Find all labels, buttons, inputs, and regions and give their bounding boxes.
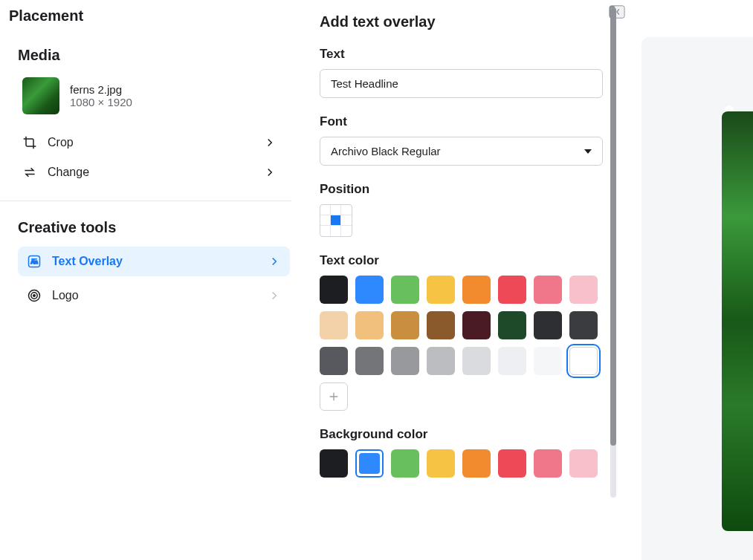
- chevron-right-icon: [268, 289, 281, 302]
- position-cell-4[interactable]: [331, 215, 341, 226]
- position-cell-8[interactable]: [341, 226, 352, 236]
- target-icon: [27, 288, 42, 303]
- background-color-swatch[interactable]: [427, 449, 455, 478]
- text-color-swatch[interactable]: [462, 311, 491, 339]
- media-section-title: Media: [18, 47, 281, 64]
- position-cell-5[interactable]: [341, 215, 352, 226]
- text-color-grid: [320, 276, 603, 411]
- page-title: Placement: [9, 7, 299, 25]
- caret-down-icon: [584, 149, 592, 154]
- font-select-value: Archivo Black Regular: [331, 145, 441, 157]
- media-dimensions: 1080 × 1920: [70, 96, 132, 108]
- divider: [0, 201, 291, 201]
- background-color-swatch[interactable]: [462, 449, 491, 478]
- text-color-swatch[interactable]: [534, 311, 562, 339]
- background-color-swatch[interactable]: [355, 449, 384, 478]
- text-color-swatch[interactable]: [569, 347, 598, 375]
- crop-icon: [22, 135, 37, 150]
- tool-logo[interactable]: Logo: [18, 281, 290, 310]
- change-action[interactable]: Change: [18, 157, 281, 187]
- background-color-swatch[interactable]: [498, 449, 526, 478]
- scrollbar-thumb[interactable]: [610, 7, 616, 446]
- preview-image: [722, 111, 753, 531]
- position-cell-7[interactable]: [331, 226, 341, 236]
- media-thumbnail: [22, 77, 59, 114]
- background-color-swatch[interactable]: [391, 449, 419, 478]
- position-cell-0[interactable]: [320, 205, 331, 215]
- text-color-swatch[interactable]: [355, 347, 384, 375]
- position-cell-2[interactable]: [341, 205, 352, 215]
- text-color-swatch[interactable]: [320, 276, 348, 304]
- svg-text:Aa: Aa: [30, 258, 38, 265]
- text-field-label: Text: [320, 47, 603, 62]
- text-color-swatch[interactable]: [462, 276, 491, 304]
- text-color-swatch[interactable]: [534, 276, 562, 304]
- text-overlay-icon: Aa: [27, 254, 42, 269]
- text-color-swatch[interactable]: [498, 347, 526, 375]
- text-color-swatch[interactable]: [391, 311, 419, 339]
- tool-text-overlay-label: Text Overlay: [52, 255, 123, 268]
- text-color-swatch[interactable]: [355, 276, 384, 304]
- text-color-swatch[interactable]: [391, 276, 419, 304]
- position-cell-1[interactable]: [331, 205, 341, 215]
- chevron-right-icon: [263, 166, 277, 179]
- crop-label: Crop: [48, 136, 74, 149]
- font-field-label: Font: [320, 114, 603, 129]
- background-color-label: Background color: [320, 427, 603, 442]
- background-color-swatch[interactable]: [569, 449, 598, 478]
- creative-tools-title: Creative tools: [18, 219, 290, 236]
- swap-icon: [22, 165, 37, 180]
- background-color-swatch[interactable]: [534, 449, 562, 478]
- background-color-swatch[interactable]: [320, 449, 348, 478]
- tool-text-overlay[interactable]: Aa Text Overlay: [18, 247, 290, 276]
- text-color-swatch[interactable]: [427, 276, 455, 304]
- scrollbar-track[interactable]: [610, 7, 616, 498]
- text-color-swatch[interactable]: [569, 276, 598, 304]
- text-color-swatch[interactable]: [462, 347, 491, 375]
- text-color-swatch[interactable]: [498, 276, 526, 304]
- preview-panel: [641, 37, 753, 560]
- text-color-swatch[interactable]: [320, 311, 348, 339]
- text-color-swatch[interactable]: [355, 311, 384, 339]
- text-input[interactable]: [320, 69, 603, 98]
- position-cell-3[interactable]: [320, 215, 331, 226]
- position-cell-6[interactable]: [320, 226, 331, 236]
- overlay-panel-title: Add text overlay: [320, 13, 603, 30]
- chevron-right-icon: [263, 136, 277, 149]
- text-color-swatch[interactable]: [498, 311, 526, 339]
- add-color-button[interactable]: [320, 382, 348, 411]
- media-filename: ferns 2.jpg: [70, 83, 132, 96]
- text-color-swatch[interactable]: [427, 311, 455, 339]
- font-select[interactable]: Archivo Black Regular: [320, 137, 603, 166]
- text-color-swatch[interactable]: [320, 347, 348, 375]
- text-color-label: Text color: [320, 253, 603, 268]
- tool-logo-label: Logo: [52, 289, 79, 302]
- background-color-grid: [320, 449, 603, 478]
- text-color-swatch[interactable]: [534, 347, 562, 375]
- chevron-right-icon: [268, 255, 281, 268]
- text-color-swatch[interactable]: [427, 347, 455, 375]
- position-grid[interactable]: [320, 204, 352, 237]
- text-color-swatch[interactable]: [569, 311, 598, 339]
- svg-point-4: [33, 295, 36, 297]
- change-label: Change: [48, 166, 89, 179]
- text-color-swatch[interactable]: [391, 347, 419, 375]
- media-thumbnail-row[interactable]: ferns 2.jpg 1080 × 1920: [18, 74, 281, 117]
- crop-action[interactable]: Crop: [18, 128, 281, 157]
- position-field-label: Position: [320, 182, 603, 197]
